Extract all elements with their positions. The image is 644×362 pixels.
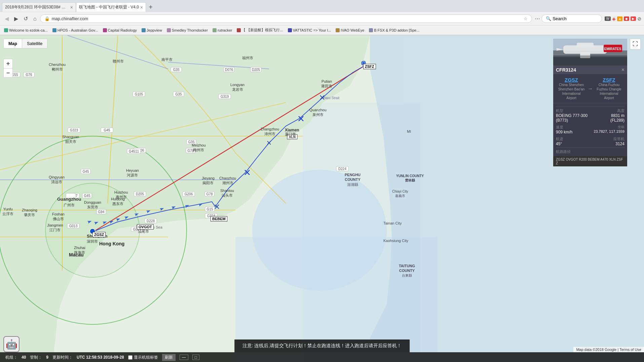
robot-icon[interactable]: 🤖 xyxy=(3,336,20,352)
svg-line-19 xyxy=(299,116,303,121)
fullscreen-button[interactable]: ⛶ xyxy=(630,39,641,49)
tab-2-close[interactable]: × xyxy=(140,5,143,10)
svg-marker-38 xyxy=(198,202,203,206)
svg-text:Haixi Strait: Haixi Strait xyxy=(323,96,340,100)
update-time: UTC 12:58:53 2018-09-28 xyxy=(77,355,124,360)
lock-icon: 🔒 xyxy=(44,16,50,21)
nav-bar: ◀ ▶ ↺ ⌂ 🔒 map.chinaflier.com ☆ ⋯ 🔍 Searc… xyxy=(0,12,644,26)
city-ganzhou: 赣州市 xyxy=(113,59,124,64)
tab-1[interactable]: 2018年9月28日 环中国S3E08# 深... × xyxy=(2,2,76,12)
svg-text:D205: D205 xyxy=(252,68,260,72)
new-tab-button[interactable]: + xyxy=(147,3,154,11)
menu-dots[interactable]: ⋯ xyxy=(535,15,540,22)
svg-rect-62 xyxy=(101,128,113,132)
aircraft-count: 40 xyxy=(22,355,26,360)
map-type-map[interactable]: Map xyxy=(4,39,22,48)
minimize-button[interactable]: — xyxy=(180,355,188,360)
svg-line-23 xyxy=(215,205,219,209)
zoom-in-button[interactable]: + xyxy=(3,59,13,68)
bookmark-4[interactable]: Jeppview xyxy=(140,28,163,33)
status-bar: 机组： 40 管制： 9 更新时间： UTC 12:58:53 2018-09-… xyxy=(0,352,644,362)
svg-rect-111 xyxy=(580,52,590,58)
svg-line-24 xyxy=(215,205,219,209)
squawk-value: 3124 xyxy=(613,142,624,146)
close-status-button[interactable]: □ xyxy=(192,355,199,360)
refresh-button[interactable]: ↺ xyxy=(22,15,30,23)
back-button[interactable]: ◀ xyxy=(3,15,11,23)
tab-2[interactable]: 联飞地图 - 中国飞行者联盟 - V4.0 × xyxy=(76,2,146,12)
refresh-button[interactable]: 刷新 xyxy=(162,354,176,361)
forward-button[interactable]: ▶ xyxy=(12,15,20,23)
map-type-satellite[interactable]: Satellite xyxy=(22,39,47,48)
altitude-label: 高度 xyxy=(598,108,624,113)
show-label-checkbox[interactable] xyxy=(128,355,132,360)
bookmark-10[interactable]: B FSX & P3D addon [Spe... xyxy=(368,28,421,33)
info-panel-header: CFR3124 × xyxy=(553,66,627,74)
dest-code[interactable]: ZSFZ xyxy=(596,77,622,83)
svg-text:D205: D205 xyxy=(136,192,144,196)
bookmark-8[interactable]: VATTASTIC => Your l... xyxy=(287,28,333,33)
svg-marker-36 xyxy=(172,205,176,209)
bookmark-1[interactable]: Welcome to ezdok-ca... xyxy=(3,28,49,33)
altitude-value: 8831 m (FL289) xyxy=(598,113,624,123)
svg-text:D224: D224 xyxy=(338,167,346,171)
bookmark-7[interactable]: 【【新提醒】模拟飞行... xyxy=(235,27,284,33)
city-guangzhou: Guangzhou广州市 xyxy=(57,197,81,208)
speed-label: 速度 xyxy=(556,125,572,130)
svg-rect-79 xyxy=(97,209,106,214)
svg-text:G94: G94 xyxy=(98,210,105,214)
svg-text:G45: G45 xyxy=(83,170,89,173)
heading-value: 45° xyxy=(556,142,563,146)
svg-rect-75 xyxy=(134,192,146,196)
svg-text:G45: G45 xyxy=(104,128,110,132)
svg-text:G206: G206 xyxy=(185,192,193,196)
svg-text:D228: D228 xyxy=(147,219,155,223)
svg-text:D076: D076 xyxy=(225,68,233,72)
map-container[interactable]: XLN G55 G76 G35 D076 D205 G35 G105 G319 … xyxy=(0,35,644,362)
notice-bar: 注意: 连线后,请提交飞行计划！禁止在跑道连线！进入跑道后请开后应答机！ xyxy=(234,339,410,352)
svg-rect-89 xyxy=(145,218,157,223)
search-input-text[interactable]: Search xyxy=(553,16,566,21)
star-icon[interactable]: ☆ xyxy=(524,16,528,21)
origin-full: Shenzhen Bao'an International Airport xyxy=(558,87,585,100)
zoom-out-button[interactable]: − xyxy=(3,68,13,78)
address-bar[interactable]: 🔒 map.chinaflier.com ☆ xyxy=(40,14,532,23)
bookmark-6[interactable]: rutracker xyxy=(211,28,233,33)
city-chaozhou: Chaozhou潮州市 xyxy=(219,176,236,186)
svg-point-2 xyxy=(252,170,387,291)
bookmark-2[interactable]: HPOS - Australian Gov... xyxy=(51,28,100,33)
waypoint-zsfz: ZSFZ xyxy=(363,64,376,69)
svg-line-26 xyxy=(267,141,271,145)
tab-1-close[interactable]: × xyxy=(70,5,73,10)
city-dongguan: Dongguan东莞市 xyxy=(84,200,101,210)
svg-rect-50 xyxy=(224,67,234,72)
route-arrow-icon: → xyxy=(588,86,593,92)
svg-rect-73 xyxy=(134,148,146,153)
coords-label: 坐标 xyxy=(594,125,624,129)
bookmark-3[interactable]: Capital Radiology xyxy=(102,28,138,33)
svg-line-16 xyxy=(94,66,365,231)
heading-label: 航迹 xyxy=(556,136,563,142)
route-info: ZGSZ OVGOT R200 BEBEM A470 XLN ZSFZ xyxy=(553,156,627,166)
city-chiayi: Chiayi City嘉義市 xyxy=(392,189,408,198)
bookmark-9[interactable]: IVAO WebEye xyxy=(334,28,366,33)
svg-text:G4511: G4511 xyxy=(129,150,139,153)
show-label-group: 显示机组标签 xyxy=(128,355,158,360)
search-box[interactable]: 🔍 Search xyxy=(541,14,602,23)
city-hongkong: Hong Kong xyxy=(99,241,124,246)
home-button[interactable]: ⌂ xyxy=(31,15,39,23)
coords-value: 23.7827, 117.1559 xyxy=(594,129,624,133)
waypoint-ovgot: OVGOT xyxy=(137,224,154,230)
svg-rect-46 xyxy=(24,72,34,77)
svg-rect-4 xyxy=(303,103,420,362)
city-jieyang: Jieyang揭阳市 xyxy=(202,176,215,186)
svg-text:COUNTY: COUNTY xyxy=(399,269,415,273)
flight-route: ZGSZ China Shenzhen Shenzhen Bao'an Inte… xyxy=(553,74,627,103)
svg-rect-58 xyxy=(219,94,231,99)
origin-code[interactable]: ZGSZ xyxy=(558,77,585,83)
svg-text:G76: G76 xyxy=(26,73,32,77)
svg-rect-107 xyxy=(553,57,627,66)
close-panel-button[interactable]: × xyxy=(621,67,624,73)
city-zhuhai: Zhuhai珠海市 xyxy=(74,245,85,255)
bookmark-5[interactable]: Smedley Thorndocker xyxy=(165,28,209,33)
